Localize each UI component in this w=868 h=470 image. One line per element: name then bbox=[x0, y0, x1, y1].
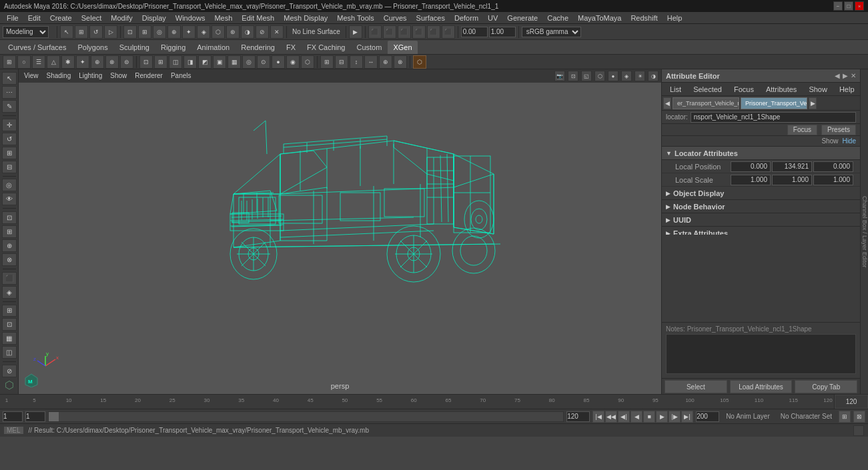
tb-btn-5[interactable]: ⊡ bbox=[123, 25, 137, 39]
st-btn-19[interactable]: ● bbox=[272, 55, 285, 69]
local-pos-x[interactable] bbox=[731, 161, 771, 172]
st-btn-1[interactable]: ⊞ bbox=[3, 55, 16, 69]
tab-fx-caching[interactable]: FX Caching bbox=[302, 41, 350, 54]
st-btn-23[interactable]: ⊟ bbox=[335, 55, 348, 69]
menu-uv[interactable]: UV bbox=[484, 12, 502, 24]
tb-btn-4[interactable]: ▷ bbox=[104, 25, 117, 39]
tb-btn-8[interactable]: ⊕ bbox=[167, 25, 181, 39]
st-btn-27[interactable]: ⊗ bbox=[394, 55, 407, 69]
lt-paint-btn[interactable]: ✎ bbox=[2, 100, 17, 113]
tab-rendering[interactable]: Rendering bbox=[236, 41, 280, 54]
node-nav-next[interactable]: ▶ bbox=[809, 97, 817, 109]
vp-wire-btn[interactable]: ⬡ bbox=[594, 71, 605, 81]
lt-snap2-btn[interactable]: ⊞ bbox=[2, 225, 17, 238]
vp-cam-btn[interactable]: 📷 bbox=[554, 71, 565, 81]
st-btn-10[interactable]: ⊡ bbox=[139, 55, 153, 69]
attr-tab-focus[interactable]: Focus bbox=[729, 83, 759, 95]
tb-btn-11[interactable]: ⬡ bbox=[211, 25, 225, 39]
node-tab-transform[interactable]: er_Transport_Vehicle_ncl1_1 bbox=[673, 97, 739, 109]
menu-curves[interactable]: Curves bbox=[380, 12, 411, 24]
tab-sculpting[interactable]: Sculpting bbox=[114, 41, 155, 54]
lt-soft-btn[interactable]: ◎ bbox=[2, 179, 17, 191]
lt-cam-btn[interactable]: ◈ bbox=[2, 286, 17, 299]
tb-btn-14[interactable]: ⊘ bbox=[256, 25, 269, 39]
transport-play-back[interactable]: ◀ bbox=[630, 411, 642, 423]
tb-btn-20[interactable]: ⬛ bbox=[412, 25, 426, 39]
st-btn-11[interactable]: ⊞ bbox=[154, 55, 167, 69]
extra-attrs-section[interactable]: ▶ Extra Attributes bbox=[662, 227, 860, 235]
range-end-input[interactable] bbox=[566, 411, 590, 422]
vp-iso-btn[interactable]: ⊡ bbox=[568, 71, 578, 81]
viewport-canvas[interactable]: persp x y z M bbox=[19, 83, 661, 394]
locator-attrs-section[interactable]: ▼ Locator Attributes bbox=[662, 147, 860, 160]
vp-shadow-btn[interactable]: ◑ bbox=[648, 71, 659, 81]
tab-polygons[interactable]: Polygons bbox=[72, 41, 113, 54]
timeline-end-value[interactable]: 120 bbox=[835, 395, 868, 409]
st-btn-18[interactable]: ⊙ bbox=[257, 55, 270, 69]
local-scale-x[interactable] bbox=[731, 175, 771, 185]
menu-edit[interactable]: Edit bbox=[24, 12, 45, 24]
vp-show-menu[interactable]: Show bbox=[107, 70, 129, 82]
node-behavior-section[interactable]: ▶ Node Behavior bbox=[662, 200, 860, 213]
vp-tex-btn[interactable]: ◈ bbox=[621, 71, 632, 81]
transport-stop[interactable]: ■ bbox=[643, 411, 655, 423]
menu-create[interactable]: Create bbox=[46, 12, 76, 24]
st-btn-9[interactable]: ⊜ bbox=[120, 55, 133, 69]
viewport[interactable]: View Shading Lighting Show Renderer Pane… bbox=[19, 69, 661, 394]
tb-btn-13[interactable]: ◑ bbox=[241, 25, 254, 39]
tb-btn-1[interactable]: ↖ bbox=[60, 25, 73, 39]
menu-file[interactable]: File bbox=[3, 12, 23, 24]
vp-light-btn[interactable]: ☀ bbox=[634, 71, 645, 81]
attr-tab-list[interactable]: List bbox=[665, 83, 687, 95]
st-btn-26[interactable]: ⊕ bbox=[379, 55, 392, 69]
lt-grid2-btn[interactable]: ⊡ bbox=[2, 318, 17, 331]
lt-select-btn[interactable]: ↖ bbox=[2, 72, 17, 85]
srgb-selector[interactable]: sRGB gamma bbox=[522, 27, 581, 37]
st-btn-16[interactable]: ▦ bbox=[228, 55, 241, 69]
tb-btn-19[interactable]: ⬛ bbox=[398, 25, 411, 39]
frame-current-input[interactable] bbox=[25, 411, 45, 422]
menu-cache[interactable]: Cache bbox=[543, 12, 572, 24]
st-btn-15[interactable]: ▣ bbox=[213, 55, 226, 69]
st-btn-4[interactable]: △ bbox=[47, 55, 60, 69]
end-frame-input[interactable] bbox=[696, 411, 719, 422]
menu-deform[interactable]: Deform bbox=[450, 12, 482, 24]
lt-snap4-btn[interactable]: ⊗ bbox=[2, 253, 17, 266]
module-selector[interactable]: Modeling Rigging Animation FX Rendering bbox=[3, 26, 49, 38]
menu-windows[interactable]: Windows bbox=[171, 12, 209, 24]
copy-tab-btn[interactable]: Copy Tab bbox=[795, 380, 857, 393]
tab-curves-surfaces[interactable]: Curves / Surfaces bbox=[3, 41, 71, 54]
local-scale-z[interactable] bbox=[813, 175, 853, 185]
lt-last-btn[interactable]: ⊟ bbox=[2, 161, 17, 173]
lt-scale-btn[interactable]: ⊞ bbox=[2, 147, 17, 159]
tb-btn-6[interactable]: ⊞ bbox=[138, 25, 151, 39]
attr-tab-attributes[interactable]: Attributes bbox=[761, 83, 802, 95]
st-btn-6[interactable]: ✦ bbox=[76, 55, 89, 69]
transport-misc-1[interactable]: ⊞ bbox=[839, 411, 851, 423]
tb-btn-12[interactable]: ⊛ bbox=[226, 25, 240, 39]
hide-link[interactable]: Hide bbox=[842, 137, 856, 145]
tb-btn-21[interactable]: ⬛ bbox=[427, 25, 440, 39]
pos-x-input[interactable] bbox=[461, 27, 488, 37]
range-start-input[interactable] bbox=[3, 411, 23, 422]
transport-play-fwd[interactable]: ▶ bbox=[656, 411, 668, 423]
notes-textarea[interactable] bbox=[666, 334, 856, 374]
vp-renderer-menu[interactable]: Renderer bbox=[132, 70, 165, 82]
st-btn-2[interactable]: ○ bbox=[17, 55, 31, 69]
lt-move-btn[interactable]: ✛ bbox=[2, 119, 17, 131]
lt-misc-btn[interactable]: ⊘ bbox=[2, 365, 17, 377]
uuid-section[interactable]: ▶ UUID bbox=[662, 213, 860, 227]
menu-mesh[interactable]: Mesh bbox=[210, 12, 236, 24]
vp-smooth-btn[interactable]: ● bbox=[608, 71, 618, 81]
select-btn[interactable]: Select bbox=[665, 380, 727, 393]
tab-custom[interactable]: Custom bbox=[352, 41, 388, 54]
transport-prev-end[interactable]: |◀ bbox=[592, 411, 604, 423]
maximize-button[interactable]: □ bbox=[844, 1, 853, 11]
transport-prev[interactable]: ◀◀ bbox=[605, 411, 617, 423]
tab-fx[interactable]: FX bbox=[281, 41, 301, 54]
xgen-icon-btn[interactable]: ⬡ bbox=[413, 55, 426, 69]
lt-snap3-btn[interactable]: ⊕ bbox=[2, 239, 17, 252]
lt-grid4-btn[interactable]: ◫ bbox=[2, 346, 17, 359]
lt-lasso-btn[interactable]: ⋯ bbox=[2, 86, 17, 99]
tb-btn-2[interactable]: ⊞ bbox=[75, 25, 88, 39]
